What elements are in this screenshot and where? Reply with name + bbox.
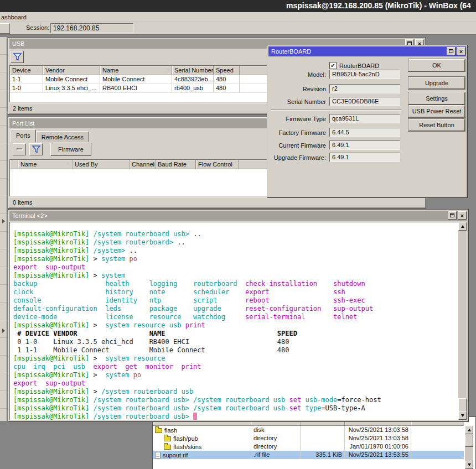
scroll-up-icon[interactable]	[458, 222, 467, 231]
terminal-window: Terminal <2> × [mspissak@MikroTik] /syst…	[8, 209, 469, 422]
current-firmware-field[interactable]: 6.49.1	[329, 140, 400, 150]
usb-power-reset-button[interactable]: USB Power Reset	[408, 105, 465, 117]
minus-icon	[17, 148, 23, 150]
settings-button[interactable]: Settings	[408, 92, 465, 105]
filter-funnel-icon	[32, 145, 40, 153]
separator	[271, 110, 401, 111]
port-col-channels[interactable]: Channels	[130, 160, 156, 169]
terminal-output: [mspissak@MikroTik] /system routerboard …	[13, 230, 457, 420]
folder-icon	[164, 445, 171, 450]
session-label: Session:	[26, 24, 49, 31]
file-row[interactable]: flashdiskNov/25/2021 13:03:58	[153, 426, 464, 434]
terminal-line: [mspissak@MikroTik] /system routerboard …	[13, 396, 457, 404]
toolbar-partial-button[interactable]	[0, 23, 10, 34]
port-col-name[interactable]: Name	[18, 160, 73, 169]
menu-item-dashboard[interactable]: ashboard	[1, 14, 27, 20]
revision-field[interactable]: r2	[329, 84, 400, 93]
chevron-right-icon	[2, 219, 5, 223]
scroll-down-icon[interactable]	[458, 411, 467, 420]
terminal-line: [mspissak@MikroTik] /system routerboard …	[13, 404, 457, 413]
usb-col-serial[interactable]: Serial Number	[172, 66, 214, 75]
maximize-icon[interactable]	[447, 47, 456, 55]
usb-col-name[interactable]: Name	[100, 66, 172, 75]
terminal-scrollbar[interactable]	[458, 222, 467, 420]
scroll-down-icon[interactable]	[465, 461, 473, 469]
port-col-baud-rate[interactable]: Baud Rate	[156, 160, 196, 169]
port-col-used-by[interactable]: Used By	[73, 160, 130, 169]
terminal-line: [mspissak@MikroTik] > system resource us…	[13, 321, 457, 330]
terminal-line: [mspissak@MikroTik] /system routerboard>…	[13, 238, 457, 247]
usb-col-speed[interactable]: Speed	[214, 66, 240, 75]
app-titlebar: mspissak@192.168.200.85 (MikroTik) - Win…	[0, 0, 476, 12]
terminal-line: export sup-output	[13, 379, 457, 388]
terminal-line: [mspissak@MikroTik] > system resource	[13, 355, 457, 363]
terminal-line: [mspissak@MikroTik] /system> ..	[13, 247, 457, 255]
serial-number-field[interactable]: CC3E0D6DB86E	[329, 97, 400, 106]
file-row[interactable]: flash/skinsdirectoryJan/01/1970 01:00:06	[153, 442, 464, 451]
app-title-text: mspissak@192.168.200.85 (MikroTik) - Win…	[286, 1, 471, 10]
terminal-line: [mspissak@MikroTik] > system po	[13, 255, 457, 263]
sort-asc-icon	[37, 68, 41, 71]
port-col-flow-control[interactable]: Flow Control	[196, 160, 239, 169]
reset-button-button[interactable]: Reset Button	[408, 119, 465, 131]
remove-button[interactable]	[13, 143, 26, 155]
firmware-type-label: Firmware Type	[267, 116, 326, 122]
scroll-up-icon[interactable]	[465, 426, 473, 434]
chevron-right-icon	[2, 329, 5, 333]
usb-col-device[interactable]: Device	[10, 66, 43, 75]
file-scrollbar-thumb[interactable]	[465, 435, 473, 447]
file-list-window: flashdiskNov/25/2021 13:03:58flash/pubdi…	[152, 416, 476, 469]
upgrade-firmware-label: Upgrade Firmware:	[267, 154, 326, 161]
revision-label: Revision	[267, 86, 326, 92]
terminal-titlebar[interactable]: Terminal <2> ×	[9, 211, 467, 221]
menu-bar: ashboard	[0, 12, 476, 22]
terminal-line: [mspissak@MikroTik] > system po	[13, 371, 457, 379]
port-status-bar: 0 items	[9, 197, 425, 207]
close-icon[interactable]: ×	[458, 211, 467, 220]
terminal-line: cpu irq pci usb export get monitor print	[13, 363, 457, 371]
folder-icon	[155, 428, 162, 433]
terminal-line: [mspissak@MikroTik] /system routerboard …	[13, 413, 457, 420]
routerboard-titlebar[interactable]: RouterBOARD ×	[268, 46, 466, 56]
sort-asc-icon	[165, 68, 170, 71]
sidebar-sliver[interactable]	[0, 37, 7, 421]
routerboard-checkbox[interactable]: ✔	[329, 62, 337, 69]
firmware-type-field[interactable]: qca9531L	[329, 114, 400, 123]
terminal-line: [mspissak@MikroTik] > /system routerboar…	[13, 388, 457, 396]
model-field[interactable]: RB952Ui-5ac2nD	[329, 70, 400, 79]
terminal-line: # DEVICE VENDOR NAME SPEED	[13, 330, 457, 338]
terminal-line: [mspissak@MikroTik] > system	[13, 272, 457, 280]
filter-button[interactable]	[29, 143, 43, 155]
current-firmware-label: Current Firmware	[267, 142, 326, 149]
tab-remote-access[interactable]: Remote Access	[36, 131, 89, 142]
upgrade-firmware-field[interactable]: 6.49.1	[329, 153, 400, 162]
terminal-line: clock history note scheduler export ssh	[13, 288, 457, 296]
routerboard-dialog: RouterBOARD × ✔ RouterBOARD Model: RB952…	[267, 45, 468, 198]
factory-firmware-field[interactable]: 6.44.5	[329, 128, 400, 137]
tab-ports[interactable]: Ports	[11, 129, 36, 142]
terminal-content[interactable]: [mspissak@MikroTik] /system routerboard …	[9, 222, 467, 420]
ok-button[interactable]: OK	[408, 59, 465, 71]
file-rows: flashdiskNov/25/2021 13:03:58flash/pubdi…	[153, 426, 464, 459]
terminal-line: device-mode license resource watchdog se…	[13, 313, 457, 321]
terminal-line: console identity ntp script reboot ssh-e…	[13, 296, 457, 305]
upgrade-button[interactable]: Upgrade	[408, 77, 465, 89]
file-scrollbar[interactable]	[465, 426, 473, 469]
terminal-line: 1 1-1 Mobile Connect Mobile Connect 480	[13, 346, 457, 355]
usb-col-vendor[interactable]: Vendor	[43, 66, 100, 75]
maximize-icon[interactable]	[448, 211, 457, 220]
close-icon[interactable]: ×	[457, 47, 465, 55]
terminal-line: backup health logging routerboard check-…	[13, 280, 457, 288]
filter-button[interactable]	[11, 51, 24, 63]
filter-funnel-icon	[13, 53, 22, 61]
file-row[interactable]: supout.rif.rif file335.1 KiBNov/25/2021 …	[153, 451, 464, 459]
sort-asc-icon	[66, 162, 70, 165]
terminal-line: default-configuration leds package upgra…	[13, 305, 457, 313]
file-row[interactable]: flash/pubdirectoryNov/25/2021 13:03:58	[153, 434, 464, 442]
session-input[interactable]: 192.168.200.85	[50, 23, 133, 33]
firmware-button[interactable]: Firmware	[50, 143, 91, 156]
file-icon	[155, 452, 161, 458]
factory-firmware-label: Factory Firmware	[267, 129, 326, 136]
mdi-area: USB × Device Vendor Name Serial Number S…	[0, 34, 476, 469]
routerboard-checkbox-label: RouterBOARD	[339, 62, 379, 69]
